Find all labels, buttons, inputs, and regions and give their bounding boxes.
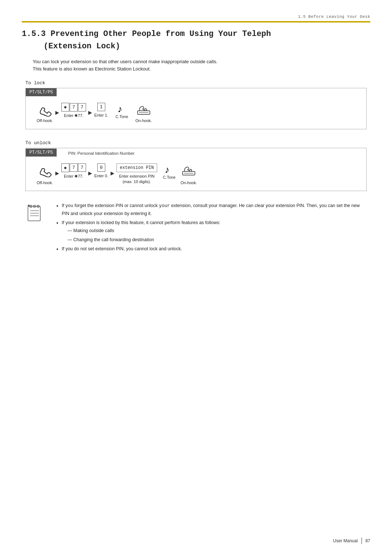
lock-arrow2: ► — [88, 106, 92, 117]
unlock-step-star77: ✱ 7 7 Enter ✱77. — [61, 163, 86, 179]
section-ref: 1.5 Before Leaving Your Desk — [298, 15, 370, 19]
handset-icon-unlock — [38, 163, 52, 177]
unlock-ctone-col: ♪ C.Tone — [163, 163, 176, 179]
unlock-offhook-visual — [38, 163, 52, 179]
unlock-star77-label: Enter ✱77. — [64, 174, 83, 179]
note-item-3: If you do not set extension PIN, you can… — [62, 245, 367, 253]
unlock-offhook-label: Off-hook. — [37, 180, 53, 186]
lock-star-key: ✱ — [61, 103, 69, 112]
lock-star77-label: Enter ✱77. — [64, 113, 83, 118]
page: 1.5 Before Leaving Your Desk 1.5.3 Preve… — [0, 0, 392, 287]
lock-offhook-label: Off-hook. — [37, 118, 53, 123]
lock-diagram-box: PT/SLT/PS Off-hook. ► ✱ 7 7 — [25, 88, 367, 129]
unlock-step-0: 0 Enter 0. — [94, 163, 109, 179]
lock-step-onhook: On-hook. — [135, 103, 152, 123]
unlock-0-key: 0 — [97, 163, 105, 172]
unlock-star-key: ✱ — [61, 163, 69, 172]
lock-key77-group: ✱ 7 7 — [61, 103, 86, 112]
ctone-icon-unlock: ♪ — [164, 163, 174, 175]
unlock-ctone-label: C.Tone — [163, 175, 176, 179]
lock-header-label: PT/SLT/PS — [26, 88, 57, 96]
lock-step-offhook: Off-hook. — [37, 103, 53, 123]
note-sub-2: Changing the call forwarding destination — [68, 236, 367, 244]
lock-arrow1: ► — [55, 106, 59, 117]
lock-7b-key: 7 — [78, 103, 86, 112]
lock-ctone-col: ♪ C.Tone — [115, 103, 128, 119]
unlock-step-onhook: On-hook. — [181, 163, 197, 186]
handset-icon-lock — [38, 103, 52, 117]
note-sub-1: Making outside calls — [68, 227, 367, 235]
unlock-diagram-row: Off-hook. ► ✱ 7 7 Enter ✱77. ► 0 Ent — [26, 157, 366, 191]
notepad-icon — [26, 203, 43, 222]
unlock-7b-key: 7 — [78, 163, 86, 172]
lock-key1-group: 1 — [97, 103, 105, 111]
unlock-arrow2: ► — [88, 167, 92, 177]
intro-text: You can lock your extension so that othe… — [33, 58, 370, 73]
section-title-line1: 1.5.3 Preventing Other People from Using… — [22, 29, 370, 40]
lock-enter1-label: Enter 1. — [94, 113, 109, 118]
lock-ctone-step: ♪ C.Tone — [115, 103, 128, 119]
lock-offhook-visual — [38, 103, 52, 117]
pin-note: PIN: Personal Identification Number — [64, 148, 139, 157]
svg-text:♪: ♪ — [165, 164, 170, 175]
note-icon — [25, 203, 44, 227]
unlock-7a-key: 7 — [70, 163, 78, 172]
lock-step-enter1: 1 Enter 1. — [94, 103, 109, 118]
unlock-key77-group: ✱ 7 7 — [61, 163, 86, 172]
intro-line2: This feature is also known as Electronic… — [33, 65, 370, 73]
lock-onhook-visual — [136, 103, 151, 117]
footer: User Manual 87 — [333, 538, 370, 544]
unlock-step-extpin: extension PIN Enter extension PIN(max. 1… — [117, 163, 157, 185]
unlock-diagram-box: PT/SLT/PS PIN: Personal Identification N… — [25, 148, 367, 191]
svg-text:♪: ♪ — [118, 104, 122, 114]
ctone-icon-lock: ♪ — [117, 103, 127, 114]
unlock-extpin-label: Enter extension PIN(max. 10 digits). — [119, 174, 155, 185]
unlock-step-offhook: Off-hook. — [37, 163, 53, 186]
onhook-icon-lock — [136, 103, 151, 117]
intro-line1: You can lock your extension so that othe… — [33, 58, 370, 66]
note-content: If you forget the extension PIN or canno… — [49, 202, 367, 255]
unlock-ctone-step: ♪ C.Tone — [163, 163, 176, 179]
footer-page: 87 — [366, 538, 370, 543]
note-item-2: If your extension is locked by this feat… — [62, 219, 367, 244]
footer-divider — [362, 538, 362, 544]
unlock-arrow1: ► — [55, 167, 59, 177]
to-lock-label: To lock — [25, 80, 370, 86]
unlock-arrow3: ► — [110, 167, 114, 177]
onhook-icon-unlock — [181, 163, 196, 177]
unlock-onhook-visual — [181, 163, 196, 179]
lock-diagram-row: Off-hook. ► ✱ 7 7 Enter ✱77. ► 1 Ent — [26, 96, 366, 129]
lock-onhook-label: On-hook. — [135, 118, 152, 123]
svg-rect-6 — [28, 206, 40, 221]
unlock-enter0-label: Enter 0. — [94, 173, 109, 179]
section-title-line2: (Extension Lock) — [44, 42, 370, 51]
unlock-onhook-label: On-hook. — [181, 180, 197, 186]
unlock-header-label: PT/SLT/PS — [26, 149, 57, 157]
gold-line-divider — [22, 21, 370, 23]
note-section: If you forget the extension PIN or canno… — [25, 202, 367, 255]
lock-ctone-label: C.Tone — [115, 114, 128, 119]
note-item-1: If you forget the extension PIN or canno… — [62, 202, 367, 218]
unlock-key0-group: 0 — [97, 163, 105, 172]
lock-7a-key: 7 — [70, 103, 78, 112]
lock-1-key: 1 — [97, 103, 105, 111]
unlock-extpin-box: extension PIN — [117, 163, 157, 172]
lock-step-star77: ✱ 7 7 Enter ✱77. — [61, 103, 86, 118]
svg-point-13 — [28, 204, 30, 206]
footer-label: User Manual — [333, 538, 358, 543]
to-unlock-label: To unlock — [25, 140, 370, 146]
top-header: 1.5 Before Leaving Your Desk — [22, 15, 370, 19]
